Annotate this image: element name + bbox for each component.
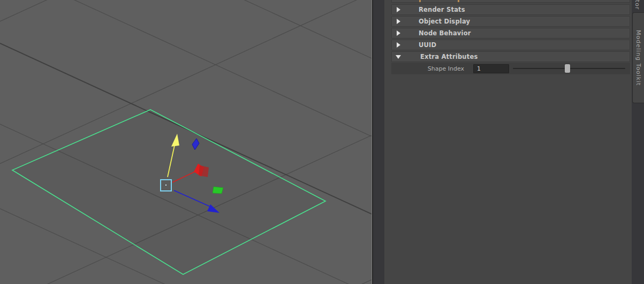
- shape-index-label: Shape Index: [391, 65, 473, 72]
- section-label: Extra Attributes: [420, 53, 478, 60]
- section-label: Render Stats: [419, 6, 465, 13]
- section-header-node-behavior[interactable]: Node Behavior: [391, 28, 630, 39]
- attribute-editor-tab-clipped[interactable]: tor: [634, 0, 641, 12]
- right-tab-bar: tor Modeling Toolkit: [632, 0, 644, 284]
- manipulator-center-dot: [165, 185, 166, 186]
- tab-modeling-toolkit[interactable]: Modeling Toolkit: [632, 12, 644, 103]
- chevron-down-icon: [396, 55, 401, 59]
- shape-index-input[interactable]: [473, 64, 509, 73]
- chevron-right-icon: [397, 7, 400, 12]
- chevron-right-icon: [397, 19, 400, 24]
- handle-quad-green[interactable]: [213, 187, 223, 194]
- slider-handle[interactable]: [565, 64, 570, 73]
- chevron-right-icon: [397, 42, 400, 48]
- section-header-render-stats[interactable]: Render Stats: [391, 4, 630, 15]
- section-header-object-display[interactable]: Object Display: [391, 16, 630, 27]
- application-window: Render Stats Object Display Node Behavio…: [0, 0, 644, 284]
- shape-index-row: Shape Index: [391, 63, 630, 74]
- clipped-header-text-fragment: [458, 0, 459, 2]
- panel-left-gutter: [373, 0, 384, 284]
- section-label: Node Behavior: [419, 29, 471, 37]
- section-label: Object Display: [419, 18, 470, 25]
- clipped-header-text-fragment: [419, 0, 421, 2]
- clipped-tab-text: tor: [634, 0, 641, 10]
- modeling-toolkit-tab-label: Modeling Toolkit: [635, 30, 642, 86]
- chevron-right-icon: [397, 30, 400, 36]
- section-label: UUID: [419, 41, 436, 49]
- section-header-uuid[interactable]: UUID: [391, 40, 630, 50]
- section-header-clipped[interactable]: [391, 0, 630, 3]
- section-header-extra-attributes[interactable]: Extra Attributes: [391, 51, 630, 62]
- shape-index-slider[interactable]: [513, 64, 625, 73]
- viewport-3d[interactable]: [0, 0, 372, 284]
- attribute-editor-panel: Render Stats Object Display Node Behavio…: [384, 0, 632, 284]
